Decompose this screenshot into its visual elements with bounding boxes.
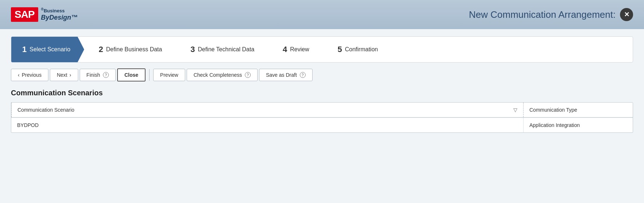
next-button[interactable]: Next › [50, 69, 78, 81]
step-3-number: 3 [190, 45, 195, 54]
step-4-label: Review [290, 46, 309, 53]
wizard-step-1[interactable]: 1 Select Scenario [11, 37, 84, 62]
business-text: Business [44, 8, 65, 14]
wizard-step-4[interactable]: 4 Review [268, 37, 323, 62]
sap-bydesign-label: ByDesign™ [41, 14, 78, 22]
step-5-number: 5 [338, 45, 342, 54]
section-title: Communication Scenarios [11, 89, 633, 97]
save-as-draft-label: Save as Draft [266, 72, 297, 78]
check-completeness-label: Check Completeness [194, 72, 242, 78]
column-scenario-label: Communication Scenario [17, 107, 74, 113]
step-1-number: 1 [22, 45, 27, 54]
previous-button[interactable]: ‹ Previous [11, 69, 48, 81]
sap-logo: SAP ®Business ByDesign™ [11, 7, 78, 22]
header-close-button[interactable]: ✕ [620, 8, 633, 21]
step-3-label: Define Technical Data [198, 46, 254, 53]
step-2-label: Define Business Data [106, 46, 162, 53]
step-4-number: 4 [283, 45, 287, 54]
preview-button[interactable]: Preview [153, 69, 185, 81]
column-type-label: Communication Type [529, 107, 577, 113]
wizard-step-5[interactable]: 5 Confirmation [323, 37, 385, 62]
cell-type: Application Integration [524, 118, 633, 132]
registered-mark: ® [41, 7, 44, 11]
sap-tagline: ®Business ByDesign™ [41, 7, 78, 22]
toolbar-separator [149, 69, 150, 81]
chevron-left-icon: ‹ [18, 72, 20, 78]
check-completeness-button[interactable]: Check Completeness ? [187, 69, 258, 81]
step-5-label: Confirmation [345, 46, 378, 53]
close-button[interactable]: Close [117, 68, 146, 81]
communication-scenarios-table: Communication Scenario ▽ Communication T… [11, 102, 633, 133]
table-row[interactable]: BYDPOD Application Integration [11, 118, 633, 132]
save-as-draft-button[interactable]: Save as Draft ? [259, 69, 313, 81]
step-1-label: Select Scenario [29, 46, 70, 53]
column-header-type: Communication Type [524, 103, 633, 117]
wizard-step-2[interactable]: 2 Define Business Data [84, 37, 176, 62]
sap-business-label: ®Business [41, 7, 78, 14]
column-header-scenario: Communication Scenario ▽ [11, 103, 524, 117]
close-icon: ✕ [624, 11, 629, 19]
save-as-draft-help-icon[interactable]: ? [300, 72, 306, 78]
table-header: Communication Scenario ▽ Communication T… [11, 103, 633, 118]
page-title: New Communication Arrangement: ✕ [469, 8, 633, 21]
finish-help-icon[interactable]: ? [103, 72, 109, 78]
sap-text: SAP [15, 9, 35, 20]
main-content: 1 Select Scenario 2 Define Business Data… [0, 29, 644, 203]
preview-label: Preview [160, 72, 178, 78]
toolbar: ‹ Previous Next › Finish ? Close Preview… [11, 68, 633, 81]
close-label: Close [124, 72, 138, 78]
next-label: Next [57, 72, 67, 78]
sap-brand-box: SAP [11, 7, 38, 22]
finish-button[interactable]: Finish ? [80, 69, 116, 81]
page-title-text: New Communication Arrangement: [469, 9, 616, 20]
wizard-step-3[interactable]: 3 Define Technical Data [176, 37, 268, 62]
chevron-right-icon: › [69, 72, 71, 78]
app-header: SAP ®Business ByDesign™ New Communicatio… [0, 0, 644, 29]
finish-label: Finish [87, 72, 100, 78]
cell-scenario: BYDPOD [11, 118, 524, 132]
previous-label: Previous [22, 72, 41, 78]
filter-icon[interactable]: ▽ [513, 107, 517, 113]
step-2-number: 2 [99, 45, 103, 54]
check-completeness-help-icon[interactable]: ? [245, 72, 251, 78]
wizard-steps: 1 Select Scenario 2 Define Business Data… [11, 36, 633, 63]
